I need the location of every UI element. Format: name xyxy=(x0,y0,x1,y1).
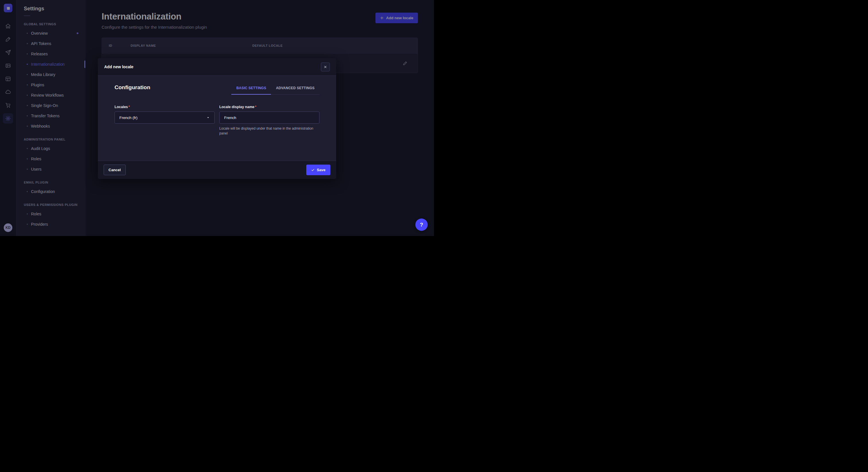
close-icon xyxy=(324,65,327,69)
app-window: KD Settings GLOBAL SETTINGS Overview API… xyxy=(0,0,434,236)
required-asterisk: * xyxy=(255,105,256,109)
chevron-down-icon xyxy=(206,116,210,119)
tab-basic-settings[interactable]: BASIC SETTINGS xyxy=(231,86,271,94)
modal-close-button[interactable] xyxy=(321,63,330,71)
locales-label-text: Locales xyxy=(115,105,128,109)
modal-footer: Cancel Save xyxy=(98,161,336,179)
locales-field: Locales* French (fr) xyxy=(115,105,215,136)
locales-label: Locales* xyxy=(115,105,215,109)
display-name-input[interactable] xyxy=(219,111,319,124)
locales-select-value: French (fr) xyxy=(119,115,137,120)
display-name-label: Locale display name* xyxy=(219,105,319,109)
modal-body: Configuration BASIC SETTINGS ADVANCED SE… xyxy=(98,76,336,161)
configuration-heading: Configuration xyxy=(115,84,150,95)
help-button[interactable]: ? xyxy=(415,218,428,231)
modal-title: Add new locale xyxy=(104,65,133,69)
locales-select[interactable]: French (fr) xyxy=(115,111,215,124)
add-new-locale-modal: Add new locale Configuration BASIC SETTI… xyxy=(98,58,336,179)
save-button-label: Save xyxy=(317,168,326,172)
check-icon xyxy=(311,168,315,172)
display-name-hint: Locale will be displayed under that name… xyxy=(219,126,315,136)
tab-advanced-settings[interactable]: ADVANCED SETTINGS xyxy=(271,86,319,94)
settings-tabs: BASIC SETTINGS ADVANCED SETTINGS xyxy=(231,86,319,95)
cancel-button[interactable]: Cancel xyxy=(104,165,126,175)
save-button[interactable]: Save xyxy=(306,165,330,175)
display-name-label-text: Locale display name xyxy=(219,105,254,109)
display-name-field: Locale display name* Locale will be disp… xyxy=(219,105,319,136)
question-mark-icon: ? xyxy=(420,222,423,228)
required-asterisk: * xyxy=(129,105,130,109)
modal-header: Add new locale xyxy=(98,58,336,76)
